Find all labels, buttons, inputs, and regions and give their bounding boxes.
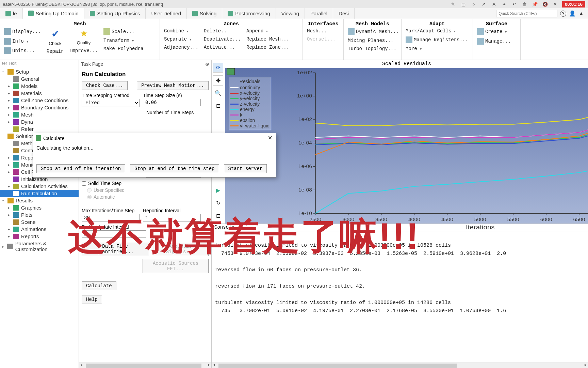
meshmodels-turbo-topology[interactable]: Turbo Topology... — [346, 45, 400, 52]
preview-mesh-button[interactable]: Preview Mesh Motion... — [137, 81, 209, 90]
tree-filter-input[interactable]: ter Text — [0, 60, 79, 68]
surface-manage[interactable]: Manage... — [476, 37, 512, 45]
tab-parallel[interactable]: Parallel — [305, 8, 333, 19]
tab-viewing[interactable]: Viewing — [276, 8, 305, 19]
tab-solving[interactable]: Solving — [187, 8, 222, 19]
help-button[interactable]: Help — [82, 295, 102, 304]
expand-icon[interactable]: ▸ — [7, 120, 11, 124]
expand-icon[interactable]: ▸ — [7, 106, 11, 109]
expand-icon[interactable]: ▸ — [7, 98, 11, 102]
meshmodels-dynamic-mesh[interactable]: Dynamic Mesh... — [346, 28, 400, 36]
pin-icon[interactable]: 📌 — [532, 1, 538, 7]
solid-time-step-checkbox[interactable] — [82, 181, 86, 186]
pencil-icon[interactable]: ✎ — [450, 1, 457, 7]
play-icon[interactable]: ▶ — [213, 185, 223, 195]
tree-item-models[interactable]: ▸Models — [0, 82, 79, 90]
tab-le[interactable]: le — [0, 8, 23, 19]
mesh-transform[interactable]: Transform▾ — [102, 37, 145, 44]
graph-tab-icon[interactable] — [227, 68, 235, 75]
expand-icon[interactable]: − — [1, 199, 5, 202]
tree-item-materials[interactable]: ▸Materials — [0, 90, 79, 97]
move-icon[interactable]: ✥ — [213, 75, 223, 85]
zones-replace-mesh[interactable]: Replace Mesh... — [245, 36, 291, 43]
search-input[interactable] — [496, 10, 557, 17]
user-icon[interactable]: 👤 — [569, 10, 576, 17]
tree-item-calculation-activities[interactable]: ▸Calculation Activities — [0, 183, 79, 190]
expand-icon[interactable]: ▸ — [7, 91, 11, 95]
stop-time-step-button[interactable]: Stop at end of the time step — [130, 164, 219, 173]
arrow-icon[interactable]: ↗ — [480, 1, 487, 7]
stop-iteration-button[interactable]: Stop at end of the iteration — [36, 164, 125, 173]
time-stepping-select[interactable]: Fixed — [82, 99, 140, 107]
tab-setting-up-domain[interactable]: Setting Up Domain — [23, 8, 84, 19]
zones-delete[interactable]: Delete... — [202, 28, 242, 34]
zoom-box-icon[interactable]: ⊡ — [213, 101, 223, 111]
tree-item-refer[interactable]: Refer — [0, 125, 79, 133]
refresh-icon[interactable]: ⟳ — [213, 63, 223, 73]
expand-icon[interactable]: ▸ — [7, 234, 11, 238]
zoom-in-icon[interactable]: 🔍 — [213, 88, 223, 98]
console-scrollbar[interactable] — [212, 363, 588, 368]
tree-item-dyna[interactable]: ▸Dyna — [0, 118, 79, 125]
mesh-repair[interactable]: Repair — [45, 48, 65, 55]
task-scrollbar[interactable] — [79, 363, 211, 368]
text-a-icon[interactable]: A — [491, 1, 497, 7]
tree-item-run-calculation[interactable]: Run Calculation — [0, 190, 79, 197]
square-icon[interactable]: ▢ — [460, 1, 467, 7]
close-icon[interactable]: ✕ — [552, 1, 559, 7]
meshmodels-mixing-planes[interactable]: Mixing Planes... — [346, 37, 400, 44]
tree-item-graphics[interactable]: ▸Graphics — [0, 204, 79, 211]
tree-item-reports[interactable]: ▸Reports — [0, 233, 79, 240]
zones-append[interactable]: Append▾ — [245, 28, 291, 34]
mesh-info[interactable]: Info▾ — [3, 37, 42, 45]
mesh-display[interactable]: Display... — [3, 28, 42, 36]
ansys-icon[interactable]: ▲ — [578, 11, 584, 17]
mesh-check[interactable]: ✔Check — [45, 28, 65, 47]
check-case-button[interactable]: Check Case... — [82, 81, 128, 90]
wand-icon[interactable]: ✦ — [501, 1, 508, 7]
tab-user-defined[interactable]: User Defined — [146, 8, 187, 19]
zones-replace-zone[interactable]: Replace Zone... — [245, 44, 291, 51]
undo-icon[interactable]: ↶ — [511, 1, 518, 7]
tree-item-general[interactable]: General — [0, 75, 79, 82]
adapt-mark-adapt-cells[interactable]: Mark/Adapt Cells▾ — [404, 28, 470, 34]
tree-item-setup[interactable]: −Setup — [0, 68, 79, 75]
tab-postprocessing[interactable]: Postprocessing — [222, 8, 276, 19]
expand-icon[interactable]: − — [1, 134, 5, 138]
tab-desi[interactable]: Desi — [333, 8, 355, 19]
zones-activate[interactable]: Activate... — [202, 44, 242, 51]
mesh-scale[interactable]: Scale... — [102, 28, 145, 36]
start-server-button[interactable]: Start server — [224, 164, 267, 173]
mute-icon[interactable]: 🔇 — [542, 1, 549, 7]
mesh-quality[interactable]: ★Quality — [74, 28, 94, 46]
tree-item-boundary-conditions[interactable]: ▸Boundary Conditions — [0, 104, 79, 111]
calculate-button[interactable]: Calculate — [82, 281, 116, 290]
task-page-close-icon[interactable]: ⊗ — [205, 61, 209, 67]
zones-adjacency[interactable]: Adjacency... — [163, 44, 200, 51]
dialog-close-icon[interactable]: ✕ — [266, 135, 273, 141]
loop-icon[interactable]: ↻ — [213, 198, 223, 208]
interfaces-mesh[interactable]: Mesh... — [306, 28, 337, 34]
expand-icon[interactable]: ▸ — [7, 113, 11, 117]
expand-icon[interactable]: ▸ — [7, 156, 11, 159]
expand-icon[interactable]: − — [1, 70, 5, 74]
expand-icon[interactable]: ▸ — [7, 184, 11, 188]
expand-icon[interactable]: ▸ — [7, 213, 11, 217]
mesh-make-polyhedra[interactable]: Make Polyhedra — [102, 45, 145, 52]
mesh-units[interactable]: Units... — [3, 47, 42, 55]
tree-item-scene[interactable]: Scene — [0, 218, 79, 226]
expand-icon[interactable]: ▸ — [7, 163, 11, 167]
adapt-more[interactable]: More▾ — [404, 45, 470, 52]
tree-item-results[interactable]: −Results — [0, 197, 79, 204]
time-step-size-input[interactable] — [143, 99, 201, 106]
tree-item-cell-zone-conditions[interactable]: ▸Cell Zone Conditions — [0, 97, 79, 104]
expand-icon[interactable]: ▸ — [7, 170, 11, 174]
adapt-manage-registers[interactable]: Manage Registers... — [404, 36, 470, 44]
zones-deactivate[interactable]: Deactivate... — [202, 36, 242, 43]
tree-item-animations[interactable]: ▸Animations — [0, 226, 79, 233]
surface-create[interactable]: Create▾ — [476, 28, 512, 36]
zones-separate[interactable]: Separate▾ — [163, 36, 200, 43]
expand-icon[interactable]: ▸ — [7, 206, 11, 210]
circle-icon[interactable]: ○ — [470, 1, 477, 7]
tree-item-plots[interactable]: ▸Plots — [0, 211, 79, 218]
